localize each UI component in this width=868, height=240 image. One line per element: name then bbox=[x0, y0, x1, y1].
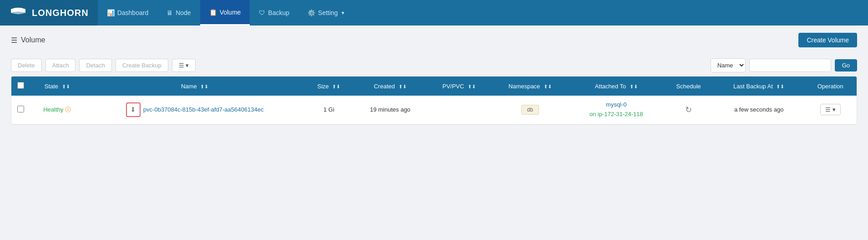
volume-created: 19 minutes ago bbox=[370, 106, 410, 113]
brand-name: LONGHORN bbox=[32, 8, 89, 18]
nav-item-volume[interactable]: 📋 Volume bbox=[200, 0, 250, 26]
th-size-label: Size bbox=[317, 83, 328, 90]
attached-pod[interactable]: mysql-0 bbox=[574, 100, 659, 110]
status-healthy: Healthy ⓘ bbox=[34, 106, 80, 114]
download-icon-box[interactable]: ⬇ bbox=[126, 102, 141, 117]
table-row: Healthy ⓘ ⬇ pvc-0b37084c-815b-43ef-afd7-… bbox=[11, 96, 857, 124]
operation-chevron-icon: ▾ bbox=[833, 106, 836, 113]
volumes-table-container: State ⬆⬇ Name ⬆⬇ Size ⬆⬇ Created ⬆⬇ PV/P… bbox=[11, 76, 857, 125]
info-icon: ⓘ bbox=[65, 106, 71, 114]
svg-point-1 bbox=[20, 10, 22, 12]
nav-backup-label: Backup bbox=[268, 9, 289, 16]
healthy-label: Healthy bbox=[43, 106, 63, 113]
nav-volume-label: Volume bbox=[220, 9, 241, 16]
navbar: LONGHORN 📊 Dashboard 🖥 Node 📋 Volume 🛡 B… bbox=[0, 0, 868, 26]
brand: LONGHORN bbox=[0, 0, 98, 26]
row-operation-cell: ☰ ▾ bbox=[804, 96, 857, 124]
operation-list-icon: ☰ bbox=[825, 106, 831, 113]
backup-icon: 🛡 bbox=[259, 9, 265, 16]
chart-icon: 📊 bbox=[107, 9, 115, 16]
page-title: Volume bbox=[21, 36, 45, 44]
row-pvpvc-cell bbox=[427, 96, 491, 124]
th-last-backup-at[interactable]: Last Backup At ⬆⬇ bbox=[714, 77, 804, 96]
th-pvpvc-label: PV/PVC bbox=[443, 83, 464, 90]
brand-logo-icon bbox=[9, 4, 27, 22]
th-name-label: Name bbox=[181, 83, 197, 90]
operation-button[interactable]: ☰ ▾ bbox=[820, 104, 841, 115]
pvpvc-sort-icon: ⬆⬇ bbox=[468, 84, 476, 89]
nav-items: 📊 Dashboard 🖥 Node 📋 Volume 🛡 Backup ⚙️ … bbox=[98, 0, 354, 26]
go-button[interactable]: Go bbox=[835, 59, 857, 71]
table-header: State ⬆⬇ Name ⬆⬇ Size ⬆⬇ Created ⬆⬇ PV/P… bbox=[11, 77, 857, 96]
nav-setting-label: Setting bbox=[318, 9, 338, 16]
row-schedule-cell: ↻ bbox=[663, 96, 714, 124]
th-created-label: Created bbox=[374, 83, 395, 90]
last-backup-time: a few seconds ago bbox=[734, 106, 783, 113]
volume-page-icon: ☰ bbox=[11, 36, 17, 45]
th-created[interactable]: Created ⬆⬇ bbox=[353, 77, 427, 96]
row-last-backup-cell: a few seconds ago bbox=[714, 96, 804, 124]
backup-sort-icon: ⬆⬇ bbox=[776, 84, 784, 89]
schedule-icon[interactable]: ↻ bbox=[685, 105, 692, 114]
th-state[interactable]: State ⬆⬇ bbox=[30, 77, 85, 96]
row-checkbox[interactable] bbox=[17, 106, 24, 112]
nav-item-setting[interactable]: ⚙️ Setting ▼ bbox=[298, 0, 354, 26]
th-namespace[interactable]: Namespace ⬆⬇ bbox=[491, 77, 569, 96]
attach-button[interactable]: Attach bbox=[45, 59, 76, 72]
delete-button[interactable]: Delete bbox=[11, 59, 42, 72]
th-schedule-label: Schedule bbox=[676, 83, 701, 90]
download-icon: ⬇ bbox=[130, 106, 136, 114]
svg-point-0 bbox=[14, 10, 16, 12]
filter-select[interactable]: Name Size State bbox=[711, 58, 746, 72]
th-state-label: State bbox=[45, 83, 58, 90]
namespace-badge: db bbox=[521, 105, 539, 115]
page-title-container: ☰ Volume bbox=[11, 36, 45, 45]
attached-to-info: mysql-0 on ip-172-31-24-118 bbox=[574, 100, 659, 119]
nav-item-dashboard[interactable]: 📊 Dashboard bbox=[98, 0, 158, 26]
th-checkbox bbox=[11, 77, 30, 96]
nav-item-backup[interactable]: 🛡 Backup bbox=[250, 0, 298, 26]
list-icon: ☰ ▾ bbox=[179, 62, 189, 69]
volume-name-link[interactable]: pvc-0b37084c-815b-43ef-afd7-aa56406134ec bbox=[143, 106, 264, 113]
size-sort-icon: ⬆⬇ bbox=[332, 84, 340, 89]
state-sort-icon: ⬆⬇ bbox=[62, 84, 70, 89]
toolbar-right: Name Size State Go bbox=[711, 58, 857, 72]
volume-icon: 📋 bbox=[209, 9, 217, 16]
attached-sort-icon: ⬆⬇ bbox=[630, 84, 638, 89]
created-sort-icon: ⬆⬇ bbox=[399, 84, 407, 89]
row-size-cell: 1 Gi bbox=[305, 96, 353, 124]
filter-input[interactable] bbox=[749, 59, 831, 72]
create-backup-button[interactable]: Create Backup bbox=[116, 59, 168, 72]
th-name[interactable]: Name ⬆⬇ bbox=[85, 77, 304, 96]
th-operation-label: Operation bbox=[818, 83, 843, 90]
toolbar: Delete Attach Detach Create Backup ☰ ▾ N… bbox=[0, 55, 868, 76]
th-attached-to[interactable]: Attached To ⬆⬇ bbox=[569, 77, 663, 96]
list-options-button[interactable]: ☰ ▾ bbox=[172, 59, 196, 72]
th-namespace-label: Namespace bbox=[509, 83, 540, 90]
row-checkbox-cell bbox=[11, 96, 30, 124]
nav-dashboard-label: Dashboard bbox=[117, 9, 149, 16]
detach-button[interactable]: Detach bbox=[79, 59, 111, 72]
th-pvpvc[interactable]: PV/PVC ⬆⬇ bbox=[427, 77, 491, 96]
attached-node: on ip-172-31-24-118 bbox=[574, 110, 659, 119]
row-name-cell: ⬇ pvc-0b37084c-815b-43ef-afd7-aa56406134… bbox=[85, 96, 304, 124]
row-namespace-cell: db bbox=[491, 96, 569, 124]
create-volume-button[interactable]: Create Volume bbox=[798, 33, 857, 47]
node-icon: 🖥 bbox=[167, 9, 173, 16]
gear-icon: ⚙️ bbox=[308, 9, 315, 16]
namespace-sort-icon: ⬆⬇ bbox=[544, 84, 552, 89]
name-sort-icon: ⬆⬇ bbox=[200, 84, 208, 89]
th-schedule: Schedule bbox=[663, 77, 714, 96]
page-header: ☰ Volume Create Volume bbox=[0, 26, 868, 55]
volume-size: 1 Gi bbox=[323, 106, 334, 113]
th-size[interactable]: Size ⬆⬇ bbox=[305, 77, 353, 96]
th-operation: Operation bbox=[804, 77, 857, 96]
volumes-table: State ⬆⬇ Name ⬆⬇ Size ⬆⬇ Created ⬆⬇ PV/P… bbox=[11, 77, 857, 124]
nav-item-node[interactable]: 🖥 Node bbox=[157, 0, 200, 26]
th-attached-to-label: Attached To bbox=[595, 83, 626, 90]
th-last-backup-label: Last Backup At bbox=[733, 83, 773, 90]
chevron-down-icon: ▼ bbox=[341, 10, 345, 15]
row-attached-to-cell: mysql-0 on ip-172-31-24-118 bbox=[569, 96, 663, 124]
row-state-cell: Healthy ⓘ bbox=[30, 96, 85, 124]
select-all-checkbox[interactable] bbox=[17, 82, 24, 89]
